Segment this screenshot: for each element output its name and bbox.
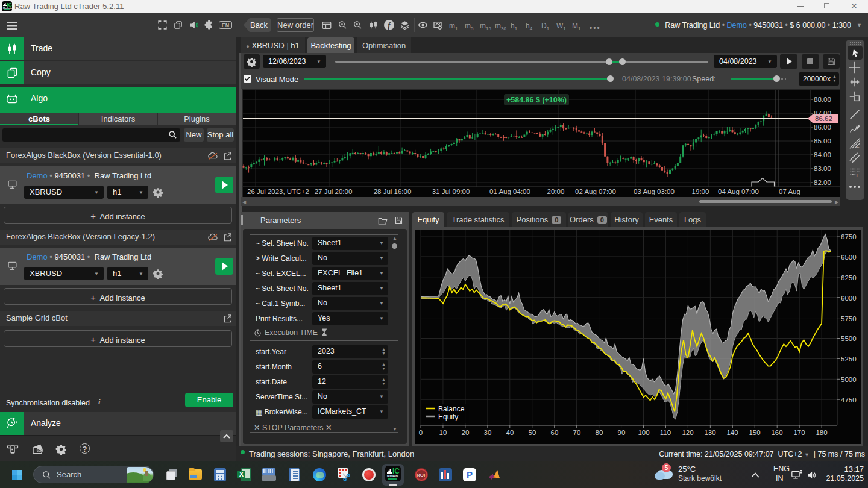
svg-text:F: F xyxy=(857,172,860,178)
svg-text:E: E xyxy=(857,143,860,149)
